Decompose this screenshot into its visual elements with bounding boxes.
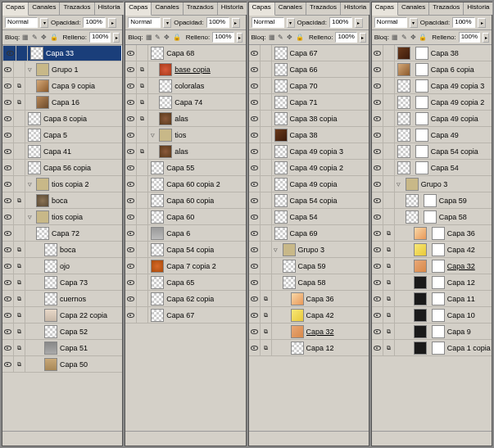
layer-name[interactable]: boca xyxy=(52,197,68,205)
link-column[interactable]: ⧉ xyxy=(383,258,395,274)
visibility-toggle[interactable] xyxy=(2,274,14,291)
disclosure-icon[interactable]: ▽ xyxy=(25,66,34,72)
visibility-toggle[interactable] xyxy=(249,242,261,258)
visibility-toggle[interactable] xyxy=(125,111,137,127)
visibility-toggle[interactable] xyxy=(372,242,383,258)
link-column[interactable] xyxy=(261,209,272,225)
layer-name[interactable]: Capa 41 xyxy=(43,147,71,156)
layer-row[interactable]: ⧉base copia xyxy=(125,61,245,78)
link-column[interactable] xyxy=(261,274,272,291)
layer-name[interactable]: Capa 49 copia 2 xyxy=(290,164,344,172)
link-column[interactable] xyxy=(137,45,148,61)
visibility-toggle[interactable] xyxy=(2,209,14,225)
visibility-toggle[interactable] xyxy=(125,143,137,160)
link-column[interactable] xyxy=(261,45,272,61)
link-column[interactable] xyxy=(261,78,272,94)
visibility-toggle[interactable] xyxy=(372,209,383,225)
lock-all-icon[interactable]: 🔒 xyxy=(50,33,58,42)
visibility-toggle[interactable] xyxy=(2,176,14,192)
layer-name[interactable]: tios copia 2 xyxy=(52,180,89,188)
layer-row[interactable]: ⧉Capa 42 xyxy=(249,307,369,324)
dropdown-icon[interactable]: ▸ xyxy=(232,18,240,28)
layer-name[interactable]: Capa 38 xyxy=(431,49,459,57)
visibility-toggle[interactable] xyxy=(249,111,261,127)
link-column[interactable]: ⧉ xyxy=(383,225,395,242)
lock-move-icon[interactable]: ✥ xyxy=(287,33,293,42)
disclosure-icon[interactable]: ▽ xyxy=(395,181,403,187)
link-column[interactable]: ⧉ xyxy=(383,274,395,291)
layer-row[interactable]: ⧉Capa 22 copia xyxy=(2,307,122,324)
visibility-toggle[interactable] xyxy=(2,94,14,111)
layer-name[interactable]: Capa 49 copia 3 xyxy=(290,147,344,156)
visibility-toggle[interactable] xyxy=(372,274,383,291)
link-column[interactable] xyxy=(261,258,272,274)
layer-row[interactable]: Capa 49 copia 3 xyxy=(372,78,492,94)
layer-name[interactable]: tios copia xyxy=(52,213,83,221)
dropdown-icon[interactable]: ▸ xyxy=(355,18,363,28)
layer-row[interactable]: Capa 49 copia xyxy=(372,111,492,127)
layer-row[interactable]: Capa 60 copia 2 xyxy=(125,176,245,192)
disclosure-icon[interactable]: ▽ xyxy=(148,132,156,138)
layer-name[interactable]: Capa 54 copia xyxy=(166,246,214,254)
visibility-toggle[interactable] xyxy=(2,111,14,127)
link-column[interactable] xyxy=(383,176,395,192)
visibility-toggle[interactable] xyxy=(372,78,383,94)
tab-canales[interactable]: Canales xyxy=(398,2,429,15)
layer-name[interactable]: Capa 73 xyxy=(60,278,88,287)
layer-name[interactable]: Capa 65 xyxy=(166,278,194,287)
link-column[interactable]: ⧉ xyxy=(383,324,395,340)
layer-name[interactable]: Capa 1 copia xyxy=(447,344,491,352)
visibility-toggle[interactable] xyxy=(249,307,261,324)
link-column[interactable] xyxy=(137,258,148,274)
link-column[interactable] xyxy=(261,127,272,143)
link-column[interactable]: ⧉ xyxy=(14,324,25,340)
lock-move-icon[interactable]: ✥ xyxy=(410,33,416,42)
link-column[interactable] xyxy=(137,274,148,291)
link-column[interactable] xyxy=(14,143,25,160)
tab-trazados[interactable]: Trazados xyxy=(306,2,341,15)
layer-name[interactable]: Capa 6 copia xyxy=(431,66,474,74)
layer-name[interactable]: Capa 66 xyxy=(290,66,318,74)
layer-row[interactable]: Capa 60 xyxy=(125,209,245,225)
layer-row[interactable]: ⧉boca xyxy=(2,242,122,258)
layer-name[interactable]: Capa 67 xyxy=(290,49,318,57)
lock-paint-icon[interactable]: ✎ xyxy=(278,33,284,42)
blend-mode-select[interactable]: Normal xyxy=(128,17,161,28)
visibility-toggle[interactable] xyxy=(372,340,383,356)
link-column[interactable] xyxy=(383,111,395,127)
visibility-toggle[interactable] xyxy=(125,209,137,225)
link-column[interactable] xyxy=(383,160,395,176)
layer-group[interactable]: ▽Grupo 3 xyxy=(249,242,369,258)
dropdown-icon[interactable]: ▾ xyxy=(287,18,295,28)
visibility-toggle[interactable] xyxy=(372,143,383,160)
layer-row[interactable]: Capa 7 copia 2 xyxy=(125,258,245,274)
visibility-toggle[interactable] xyxy=(372,176,383,192)
visibility-toggle[interactable] xyxy=(125,258,137,274)
layer-name[interactable]: Capa 70 xyxy=(290,82,318,90)
visibility-toggle[interactable] xyxy=(2,307,14,324)
layer-row[interactable]: Capa 67 xyxy=(125,307,245,324)
visibility-toggle[interactable] xyxy=(372,291,383,307)
link-column[interactable]: ⧉ xyxy=(14,340,25,356)
link-column[interactable]: ⧉ xyxy=(261,291,272,307)
layer-name[interactable]: Capa 36 xyxy=(306,295,334,303)
layer-name[interactable]: Capa 74 xyxy=(174,98,202,106)
layer-row[interactable]: Capa 49 copia 3 xyxy=(249,143,369,160)
visibility-toggle[interactable] xyxy=(249,78,261,94)
link-column[interactable] xyxy=(14,111,25,127)
visibility-toggle[interactable] xyxy=(2,192,14,209)
layer-row[interactable]: Capa 58 xyxy=(249,274,369,291)
link-column[interactable]: ⧉ xyxy=(383,340,395,356)
link-column[interactable] xyxy=(14,160,25,176)
link-column[interactable] xyxy=(261,192,272,209)
link-column[interactable] xyxy=(14,176,25,192)
visibility-toggle[interactable] xyxy=(2,242,14,258)
visibility-toggle[interactable] xyxy=(249,291,261,307)
layer-name[interactable]: Capa 49 xyxy=(431,131,459,139)
dropdown-icon[interactable]: ▸ xyxy=(478,18,486,28)
lock-transparency-icon[interactable]: ▦ xyxy=(269,33,275,42)
visibility-toggle[interactable] xyxy=(2,78,14,94)
layer-name[interactable]: Capa 10 xyxy=(447,311,475,319)
layer-row[interactable]: ⧉Capa 9 xyxy=(372,324,492,340)
layer-name[interactable]: Capa 52 xyxy=(60,328,88,336)
